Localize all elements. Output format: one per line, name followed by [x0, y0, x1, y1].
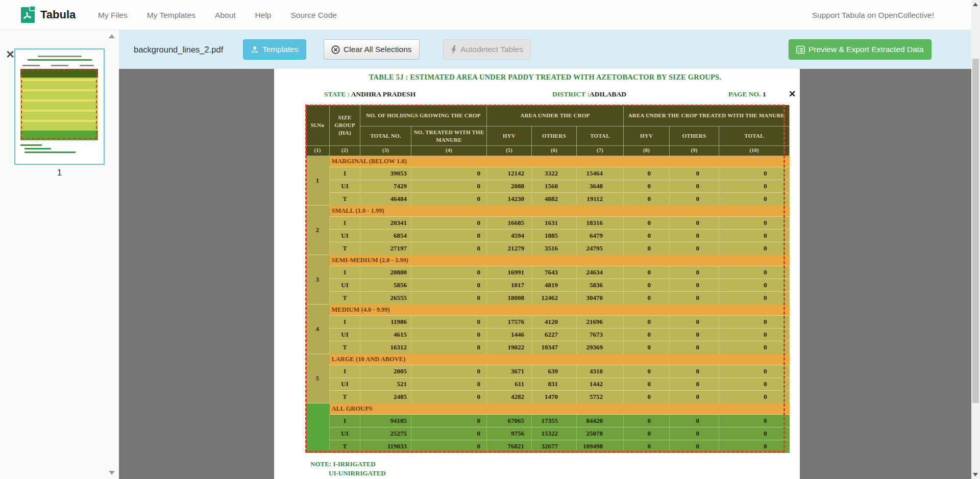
document-meta: STATE : ANDHRA PRADESH DISTRICT :ADILABA…	[274, 90, 800, 100]
clear-all-selections-button[interactable]: Clear All Selections	[324, 39, 420, 60]
autodetect-tables-button[interactable]: Autodetect Tables	[443, 39, 531, 60]
selection-overlay[interactable]	[305, 105, 785, 452]
sidebar-scroll-up-icon[interactable]	[109, 34, 115, 38]
nav-item-my-files[interactable]: My Files	[98, 11, 128, 20]
page-number-value: 1	[763, 90, 766, 98]
nav-item-help[interactable]: Help	[255, 11, 272, 20]
lightning-bolt-icon	[451, 45, 457, 54]
mini-meta-line-2	[51, 65, 68, 66]
note-line-1: NOTE: I-IRRIGATED	[310, 460, 386, 469]
templates-button-label: Templates	[262, 45, 299, 54]
upload-icon	[251, 45, 259, 54]
mini-note-line-1	[20, 144, 42, 146]
district-label: DISTRICT :	[552, 90, 590, 98]
preview-export-button[interactable]: Preview & Export Extracted Data	[789, 39, 932, 60]
tabula-logo-icon	[20, 5, 36, 24]
district-value: ADILABAD	[590, 90, 626, 98]
note-line-2: UI-UNIRRIGATED	[310, 469, 386, 478]
main-area: TABLE 5J : ESTIMATED AREA UNDER PADDY TR…	[119, 69, 971, 479]
mini-selection-overlay	[21, 69, 97, 139]
state-value: ANDHRA PRADESH	[351, 90, 415, 98]
scroll-down-icon[interactable]	[973, 473, 978, 476]
scroll-up-icon[interactable]	[973, 3, 978, 6]
brand[interactable]: Tabula	[20, 5, 76, 24]
mini-meta-line-3	[80, 65, 94, 66]
page-number-label: PAGE NO.	[728, 90, 761, 98]
mini-meta-line-1	[22, 65, 40, 66]
clear-all-selections-label: Clear All Selections	[344, 45, 412, 54]
thumbnail-page-number: 1	[14, 168, 105, 178]
preview-export-label: Preview & Export Extracted Data	[808, 45, 924, 54]
mini-note-line-2	[24, 148, 51, 149]
page-scrollbar[interactable]	[971, 0, 980, 479]
page-thumbnail[interactable]	[14, 48, 105, 165]
mini-subtitle-line	[28, 59, 92, 61]
document-filename: background_lines_2.pdf	[134, 30, 223, 69]
state-field: STATE : ANDHRA PRADESH	[324, 90, 415, 98]
scrollbar-thumb[interactable]	[972, 59, 979, 403]
nav-item-about[interactable]: About	[215, 11, 236, 20]
support-link[interactable]: Support Tabula on OpenCollective!	[812, 0, 934, 30]
sidebar: ✕ 1	[0, 30, 119, 479]
navbar-menu: My Files My Templates About Help Source …	[98, 0, 337, 30]
mini-table	[20, 69, 98, 140]
list-alt-icon	[796, 45, 805, 54]
mini-note-line-3	[24, 152, 76, 153]
autodetect-tables-label: Autodetect Tables	[460, 45, 523, 54]
nav-item-source-code[interactable]: Source Code	[290, 11, 336, 20]
navbar: Tabula My Files My Templates About Help …	[0, 0, 980, 30]
clear-circle-x-icon	[331, 45, 340, 54]
app-root: Tabula My Files My Templates About Help …	[0, 0, 980, 479]
document-title: TABLE 5J : ESTIMATED AREA UNDER PADDY TR…	[305, 73, 785, 82]
state-label: STATE :	[324, 90, 350, 98]
selection-close-icon[interactable]: ✕	[787, 89, 797, 99]
pdf-page[interactable]: TABLE 5J : ESTIMATED AREA UNDER PADDY TR…	[274, 69, 800, 479]
sidebar-scroll-down-icon[interactable]	[109, 471, 115, 475]
mini-title-line	[38, 56, 82, 57]
nav-item-my-templates[interactable]: My Templates	[147, 11, 195, 20]
brand-name: Tabula	[40, 8, 76, 21]
page-number-field: PAGE NO. 1	[728, 90, 766, 98]
district-field: DISTRICT :ADILABAD	[552, 90, 626, 98]
document-notes: NOTE: I-IRRIGATED UI-UNIRRIGATED	[310, 460, 386, 478]
templates-button[interactable]: Templates	[243, 39, 306, 60]
toolbar: background_lines_2.pdf Templates Clear A…	[119, 30, 971, 69]
